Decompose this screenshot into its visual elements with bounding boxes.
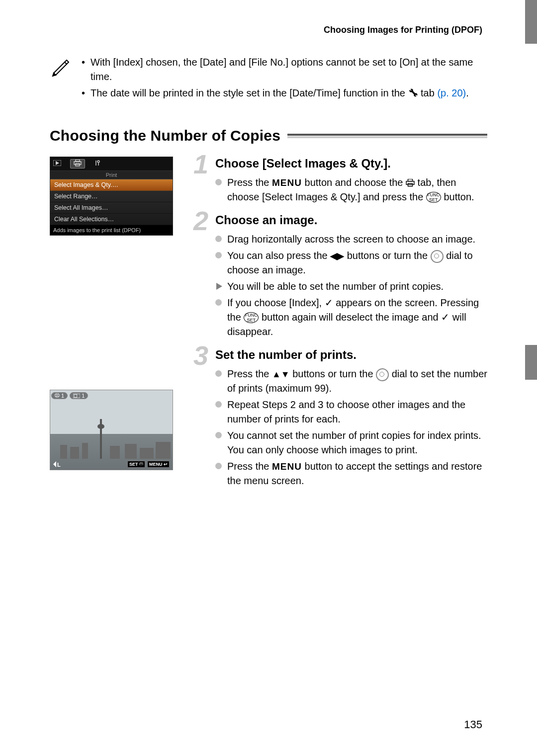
skyline-building	[70, 447, 79, 459]
step-title: Choose [Select Images & Qty.].	[215, 157, 487, 170]
svg-rect-5	[56, 393, 59, 395]
print-queued-icon: 1	[70, 392, 88, 399]
section-title-row: Choosing the Number of Copies	[50, 127, 487, 144]
title-rule	[287, 132, 487, 139]
note-list: With [Index] chosen, the [Date] and [Fil…	[82, 55, 482, 102]
step-number: 2	[193, 207, 208, 234]
svg-rect-14	[406, 181, 414, 185]
note-item: With [Index] chosen, the [Date] and [Fil…	[82, 55, 482, 84]
svg-rect-6	[55, 395, 60, 397]
func-set-button-icon: FUNCSET	[426, 192, 441, 203]
instruction-item: Press the MENU button to accept the sett…	[215, 459, 487, 488]
play-tab-icon	[53, 160, 61, 168]
page-reference[interactable]: (p. 20)	[437, 87, 466, 98]
menu-chip: MENU ↩	[147, 461, 170, 468]
camera-menu-item: Select Range…	[50, 191, 173, 202]
note-item: The date will be printed in the style se…	[82, 86, 482, 100]
tools-tab-icon	[94, 160, 102, 168]
control-dial-icon	[431, 250, 444, 263]
skyline-building	[82, 443, 88, 459]
camera-menu-items: Select Images & Qty.… Select Range… Sele…	[50, 179, 173, 225]
photo-preview-block: 1 1 L	[50, 390, 184, 470]
camera-menu-screenshot: Print Select Images & Qty.… Select Range…	[50, 157, 173, 236]
photo-overlay-bottom-right: SET MENU ↩	[127, 461, 170, 468]
svg-rect-11	[139, 463, 143, 465]
step-3: 3 Set the number of prints. Press the ▲▼…	[196, 348, 487, 488]
svg-rect-2	[76, 160, 80, 162]
skyline-tower	[100, 419, 102, 459]
step-title: Set the number of prints.	[215, 348, 487, 362]
side-tab	[525, 0, 537, 44]
section-title: Choosing the Number of Copies	[50, 127, 280, 144]
camera-menu-tabs	[50, 157, 173, 171]
skyline-building	[125, 444, 137, 459]
camera-menu-header: Print	[50, 171, 173, 179]
svg-rect-9	[74, 394, 77, 397]
manual-page: Choosing Images for Printing (DPOF) With…	[0, 0, 537, 756]
svg-rect-12	[140, 462, 142, 463]
side-tab	[525, 345, 537, 380]
photo-overlay-top: 1 1	[51, 392, 88, 399]
instruction-item: You cannot set the number of print copie…	[215, 428, 487, 457]
svg-rect-3	[74, 162, 81, 165]
left-column: Print Select Images & Qty.… Select Range…	[50, 157, 184, 470]
instruction-item: Press the MENU button and choose the tab…	[215, 175, 487, 204]
skyline-building	[110, 446, 120, 459]
step-title: Choose an image.	[215, 213, 487, 227]
set-chip: SET	[127, 461, 145, 468]
func-set-button-icon: FUNCSET	[244, 312, 259, 323]
instruction-item: Drag horizontally across the screen to c…	[215, 232, 487, 247]
wrench-icon: 🔧︎	[408, 86, 418, 100]
step-number: 3	[193, 342, 208, 369]
result-item: You will be able to set the number of pr…	[215, 279, 487, 294]
menu-button-label: MENU	[272, 177, 302, 188]
skyline-building	[60, 445, 67, 459]
page-number: 135	[464, 718, 482, 731]
photo-size-indicator: L	[53, 461, 61, 468]
running-head: Choosing Images for Printing (DPOF)	[50, 25, 487, 35]
print-count-badge: 1	[51, 392, 68, 399]
camera-menu-item: Select Images & Qty.…	[50, 179, 173, 191]
instruction-item: Repeat Steps 2 and 3 to choose other ima…	[215, 398, 487, 426]
checkmark-icon: ✓	[325, 297, 333, 308]
camera-menu-item: Clear All Selections…	[50, 214, 173, 225]
skyline-building	[140, 448, 154, 459]
step-number: 1	[193, 151, 208, 177]
print-tab-icon	[70, 159, 85, 168]
right-column: 1 Choose [Select Images & Qty.]. Press t…	[196, 157, 487, 497]
step-1: 1 Choose [Select Images & Qty.]. Press t…	[196, 157, 487, 204]
camera-menu-item: Select All Images…	[50, 202, 173, 214]
svg-marker-10	[53, 461, 56, 467]
svg-marker-1	[56, 161, 59, 165]
step-2: 2 Choose an image. Drag horizontally acr…	[196, 213, 487, 339]
left-right-arrows-icon: ◀▶	[330, 251, 344, 261]
print-tab-icon	[406, 177, 415, 188]
up-down-arrows-icon: ▲▼	[272, 369, 290, 379]
camera-menu-footer: Adds images to the print list (DPOF)	[50, 225, 173, 235]
note-box: With [Index] chosen, the [Date] and [Fil…	[50, 55, 487, 112]
checkmark-icon: ✓	[441, 312, 449, 323]
skyline-building	[156, 442, 171, 459]
photo-preview: 1 1 L	[50, 390, 173, 470]
pencil-icon	[50, 55, 72, 79]
instruction-item: You can also press the ◀▶ buttons or tur…	[215, 249, 487, 277]
menu-button-label: MENU	[272, 461, 302, 472]
instruction-item: If you choose [Index], ✓ appears on the …	[215, 296, 487, 339]
instruction-item: Press the ▲▼ buttons or turn the dial to…	[215, 367, 487, 396]
control-dial-icon	[376, 368, 389, 381]
print-tab-mini-icon	[55, 393, 60, 399]
body-columns: Print Select Images & Qty.… Select Range…	[50, 157, 487, 497]
